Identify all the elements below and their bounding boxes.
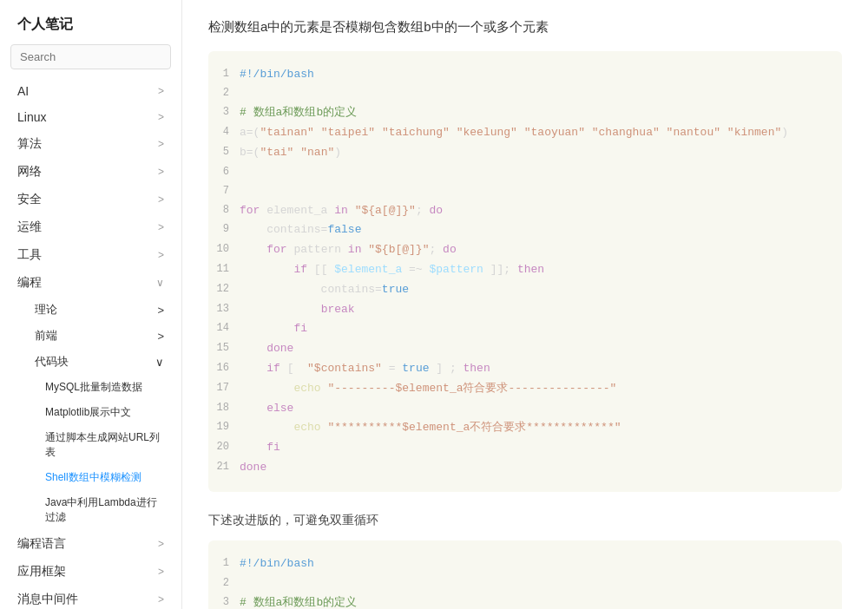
nav-label: MySQL批量制造数据 (45, 380, 142, 395)
nav-label: 代码块 (35, 354, 69, 370)
nav-arrow: > (158, 593, 164, 606)
code-line: 3# 数组a和数组b的定义 (208, 103, 842, 123)
search-box[interactable] (10, 44, 171, 69)
code-line: 14 fi (208, 319, 842, 339)
code-line: 10 for pattern in "${b[@]}"; do (208, 240, 842, 260)
sidebar-item-tools[interactable]: 工具 > (0, 241, 181, 269)
nav-arrow: ∨ (156, 277, 164, 289)
nav-arrow: > (158, 249, 164, 261)
nav-label: 算法 (17, 136, 42, 152)
sidebar: 个人笔记 AI > Linux > 算法 > 网络 > 安全 > 运维 > 工具… (0, 0, 182, 609)
code-line: 5b=("tai" "nan") (208, 143, 842, 163)
sidebar-item-mysql[interactable]: MySQL批量制造数据 (0, 375, 181, 400)
code-line: 13 break (208, 300, 842, 320)
code-line: 8for element_a in "${a[@]}"; do (208, 201, 842, 221)
nav-label: 安全 (17, 192, 42, 207)
sidebar-title: 个人笔记 (0, 0, 181, 44)
sidebar-item-algorithm[interactable]: 算法 > (0, 130, 181, 158)
nav-arrow: > (158, 138, 164, 150)
sidebar-item-security[interactable]: 安全 > (0, 186, 181, 213)
sidebar-item-programming[interactable]: 编程 ∨ (0, 269, 181, 297)
code-line: 18 else (208, 399, 842, 419)
sidebar-item-network[interactable]: 网络 > (0, 158, 181, 186)
sidebar-item-matplotlib[interactable]: Matplotlib展示中文 (0, 400, 181, 425)
nav-label: 网络 (17, 164, 42, 180)
nav-label: Linux (17, 110, 46, 124)
sidebar-item-java-lambda[interactable]: Java中利用Lambda进行过滤 (0, 490, 181, 530)
nav-arrow: > (158, 111, 164, 123)
nav-arrow: > (158, 85, 164, 97)
sidebar-item-linux[interactable]: Linux > (0, 104, 181, 130)
code-line: 15 done (208, 339, 842, 359)
nav-label: Matplotlib展示中文 (45, 405, 131, 420)
code-line: 11 if [[ $element_a =~ $pattern ]]; then (208, 260, 842, 280)
code-line: 9 contains=false (208, 220, 842, 240)
sidebar-item-framework[interactable]: 应用框架 > (0, 558, 181, 586)
nav-arrow: > (158, 193, 164, 206)
code-line: 17 echo "---------$element_a符合要求--------… (208, 379, 842, 399)
nav-label: 通过脚本生成网站URL列表 (45, 430, 164, 460)
code-line: 3# 数组a和数组b的定义 (208, 593, 842, 609)
sidebar-item-theory[interactable]: 理论 > (0, 297, 181, 323)
nav-label: 编程语言 (17, 536, 66, 552)
nav-label: AI (17, 84, 29, 98)
sidebar-item-mq[interactable]: 消息中间件 > (0, 586, 181, 609)
code-line: 2 (208, 574, 842, 593)
code-line: 2 (208, 84, 842, 103)
nav-arrow: > (158, 221, 164, 233)
nav-arrow: > (158, 566, 164, 578)
code-line: 7 (208, 182, 842, 201)
sidebar-item-frontend[interactable]: 前端 > (0, 323, 181, 349)
code-line: 12 contains=true (208, 280, 842, 300)
nav-arrow: > (158, 538, 164, 550)
code-line: 1#!/bin/bash (208, 65, 842, 85)
sidebar-item-ops[interactable]: 运维 > (0, 213, 181, 241)
code-line: 4a=("tainan" "taipei" "taichung" "keelun… (208, 123, 842, 143)
nav-label: 编程 (17, 275, 42, 291)
code-block-2: 1#!/bin/bash 2 3# 数组a和数组b的定义 4a=("tainan… (208, 540, 842, 609)
nav-label: 应用框架 (17, 564, 66, 580)
code-line: 6 (208, 163, 842, 182)
nav-label: 前端 (35, 328, 57, 344)
nav-arrow: > (157, 304, 164, 317)
code-line: 19 echo "**********$element_a不符合要求******… (208, 418, 842, 438)
nav-label: Shell数组中模糊检测 (45, 470, 141, 485)
search-input[interactable] (10, 44, 171, 69)
nav-label: 工具 (17, 247, 42, 263)
code-block-1: 1#!/bin/bash 2 3# 数组a和数组b的定义 4a=("tainan… (208, 51, 842, 492)
sidebar-item-shell-fuzzy[interactable]: Shell数组中模糊检测 (0, 465, 181, 490)
code-line: 21done (208, 458, 842, 478)
nav-label: Java中利用Lambda进行过滤 (45, 495, 164, 525)
section-title-2: 下述改进版的，可避免双重循环 (208, 513, 842, 528)
page-title: 检测数组a中的元素是否模糊包含数组b中的一个或多个元素 (208, 17, 842, 37)
nav-arrow: > (157, 330, 164, 343)
sidebar-item-ai[interactable]: AI > (0, 78, 181, 104)
nav-arrow: ∨ (155, 356, 164, 369)
nav-label: 消息中间件 (17, 592, 78, 607)
code-line: 16 if [ "$contains" = true ] ; then (208, 359, 842, 379)
nav-arrow: > (158, 166, 164, 178)
nav-label: 理论 (35, 302, 57, 318)
sidebar-item-lang[interactable]: 编程语言 > (0, 530, 181, 558)
sidebar-item-urllist[interactable]: 通过脚本生成网站URL列表 (0, 425, 181, 465)
nav-label: 运维 (17, 219, 42, 235)
main-content: 检测数组a中的元素是否模糊包含数组b中的一个或多个元素 1#!/bin/bash… (182, 0, 868, 609)
code-line: 20 fi (208, 438, 842, 458)
code-line: 1#!/bin/bash (208, 554, 842, 574)
sidebar-item-codeblock[interactable]: 代码块 ∨ (0, 349, 181, 375)
